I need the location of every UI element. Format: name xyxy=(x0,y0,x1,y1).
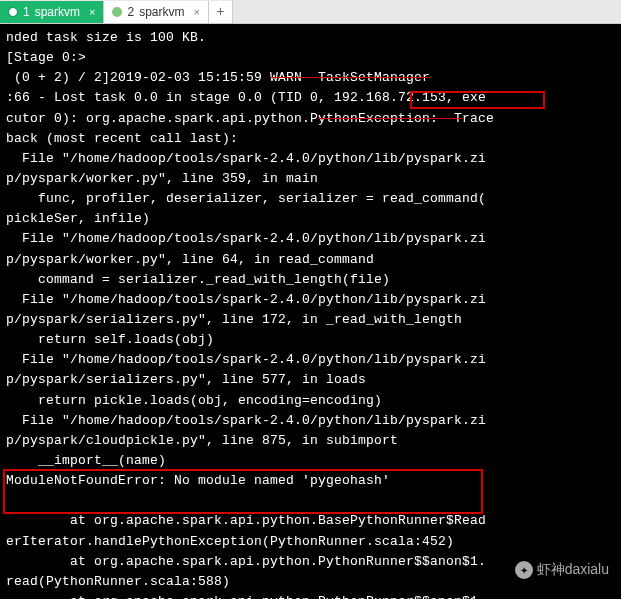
output-line: read(PythonRunner.scala:588) xyxy=(6,574,230,589)
tab-num: 2 xyxy=(127,5,134,19)
status-dot-icon xyxy=(8,7,18,17)
output-line: p/pyspark/cloudpickle.py", line 875, in … xyxy=(6,433,398,448)
output-line: File "/home/hadoop/tools/spark-2.4.0/pyt… xyxy=(6,413,486,428)
tab-1[interactable]: 1 sparkvm × xyxy=(0,1,104,23)
output-line: race xyxy=(462,111,494,126)
output-line: File "/home/hadoop/tools/spark-2.4.0/pyt… xyxy=(6,352,486,367)
output-line: WARN TaskSetManager xyxy=(270,70,430,85)
close-icon[interactable]: × xyxy=(89,6,95,18)
output-line: p/pyspark/worker.py", line 359, in main xyxy=(6,171,318,186)
terminal-output[interactable]: nded task size is 100 KB. [Stage 0:> (0 … xyxy=(0,24,621,599)
tab-label: sparkvm xyxy=(139,5,184,19)
output-line: File "/home/hadoop/tools/spark-2.4.0/pyt… xyxy=(6,151,486,166)
output-line: return self.loads(obj) xyxy=(6,332,214,347)
output-line: at org.apache.spark.api.python.PythonRun… xyxy=(6,554,486,569)
output-line: at org.apache.spark.api.python.BasePytho… xyxy=(6,513,486,528)
status-dot-icon xyxy=(112,7,122,17)
close-icon[interactable]: × xyxy=(194,6,200,18)
tab-num: 1 xyxy=(23,5,30,19)
output-line: func, profiler, deserializer, serializer… xyxy=(6,191,486,206)
output-line: pickleSer, infile) xyxy=(6,211,150,226)
output-line: File "/home/hadoop/tools/spark-2.4.0/pyt… xyxy=(6,231,486,246)
output-line: __import__(name) xyxy=(6,453,166,468)
output-line: at org.apache.spark.api.python.PythonRun… xyxy=(6,594,486,599)
output-line: p/pyspark/serializers.py", line 577, in … xyxy=(6,372,366,387)
tab-bar: 1 sparkvm × 2 sparkvm × + xyxy=(0,0,621,24)
output-line: nded task size is 100 KB. xyxy=(6,30,206,45)
tab-label: sparkvm xyxy=(35,5,80,19)
tab-2[interactable]: 2 sparkvm × xyxy=(104,1,208,23)
output-line: :66 - Lost task 0.0 in stage 0.0 (TID 0,… xyxy=(6,90,486,105)
output-line: cutor 0): org.apache.spark.api.python.P xyxy=(6,111,318,126)
output-line: (0 + 2) / 2]2019-02-03 15:15:59 xyxy=(6,70,270,85)
output-line: File "/home/hadoop/tools/spark-2.4.0/pyt… xyxy=(6,292,486,307)
add-tab-button[interactable]: + xyxy=(209,1,233,23)
output-line: p/pyspark/serializers.py", line 172, in … xyxy=(6,312,462,327)
output-line: [Stage 0:> xyxy=(6,50,86,65)
output-line: ythonException: T xyxy=(318,111,462,126)
output-line: erIterator.handlePythonException(PythonR… xyxy=(6,534,454,549)
output-line: command = serializer._read_with_length(f… xyxy=(6,272,390,287)
output-line: return pickle.loads(obj, encoding=encodi… xyxy=(6,393,382,408)
error-line: ModuleNotFoundError: No module named 'py… xyxy=(6,473,390,488)
output-line: p/pyspark/worker.py", line 64, in read_c… xyxy=(6,252,374,267)
output-line: back (most recent call last): xyxy=(6,131,238,146)
